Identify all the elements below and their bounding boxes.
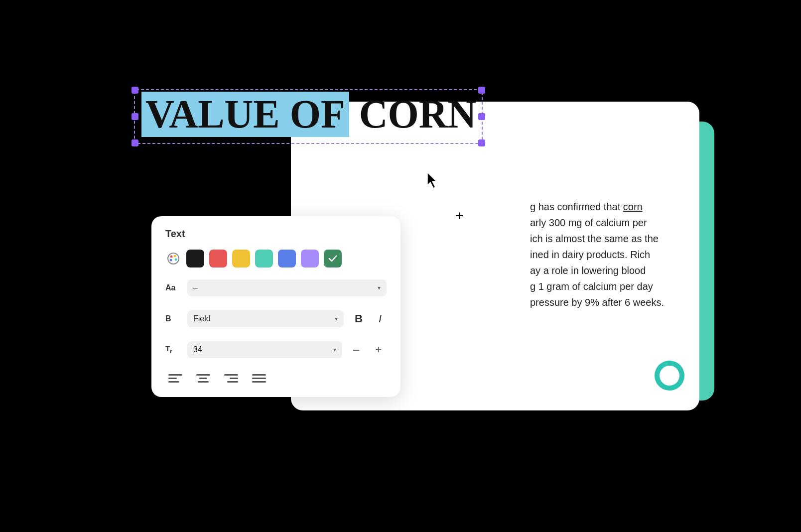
headline-area: VALUE OF CORN xyxy=(141,92,476,137)
font-family-label: Aa xyxy=(165,283,181,292)
font-family-row: Aa – ▾ xyxy=(165,275,387,300)
svg-point-2 xyxy=(174,255,176,258)
text-panel: Text xyxy=(151,216,400,397)
font-size-decrease[interactable]: – xyxy=(348,341,364,358)
font-weight-label: B xyxy=(165,314,181,323)
font-size-label: Tr xyxy=(165,345,181,354)
color-row xyxy=(165,250,387,267)
handle-middle-left[interactable] xyxy=(132,113,138,120)
handle-top-right[interactable] xyxy=(478,87,485,94)
color-swatch-checkmark[interactable] xyxy=(324,250,342,267)
color-swatch-teal[interactable] xyxy=(255,250,273,267)
align-justify-button[interactable] xyxy=(249,369,269,387)
font-family-arrow: ▾ xyxy=(378,284,381,291)
svg-point-3 xyxy=(175,259,177,261)
align-left-button[interactable] xyxy=(165,369,185,387)
alignment-row xyxy=(165,367,387,387)
svg-point-0 xyxy=(168,253,179,264)
font-weight-arrow: ▾ xyxy=(335,315,338,322)
font-weight-row: B Field ▾ B I xyxy=(165,305,387,332)
font-size-row: Tr 34 ▾ – + xyxy=(165,337,387,362)
headline-highlighted-part: VALUE OF xyxy=(141,92,349,137)
panel-title: Text xyxy=(165,228,387,240)
svg-point-4 xyxy=(170,259,172,262)
color-swatch-black[interactable] xyxy=(186,250,204,267)
svg-point-1 xyxy=(170,256,173,258)
font-size-increase[interactable]: + xyxy=(370,341,387,358)
color-swatch-red[interactable] xyxy=(209,250,227,267)
color-swatch-yellow[interactable] xyxy=(232,250,250,267)
plus-cursor: + xyxy=(455,209,463,223)
bold-button[interactable]: B xyxy=(350,309,368,328)
article-text: g has confirmed that corn arly 300 mg of… xyxy=(530,199,749,310)
headline-plain-part: CORN xyxy=(359,92,477,137)
align-right-button[interactable] xyxy=(221,369,241,387)
color-swatch-blue[interactable] xyxy=(278,250,296,267)
handle-bottom-left[interactable] xyxy=(132,139,138,146)
color-swatch-purple[interactable] xyxy=(301,250,319,267)
font-size-arrow: ▾ xyxy=(333,346,336,353)
cursor-arrow xyxy=(425,171,439,191)
font-size-dropdown[interactable]: 34 ▾ xyxy=(187,341,342,358)
headline-text: VALUE OF CORN xyxy=(141,92,476,137)
handle-top-left[interactable] xyxy=(132,87,138,94)
font-weight-dropdown[interactable]: Field ▾ xyxy=(187,310,344,327)
palette-icon xyxy=(165,251,181,266)
italic-button[interactable]: I xyxy=(374,309,387,328)
font-family-dropdown[interactable]: – ▾ xyxy=(187,279,387,296)
align-center-button[interactable] xyxy=(193,369,213,387)
